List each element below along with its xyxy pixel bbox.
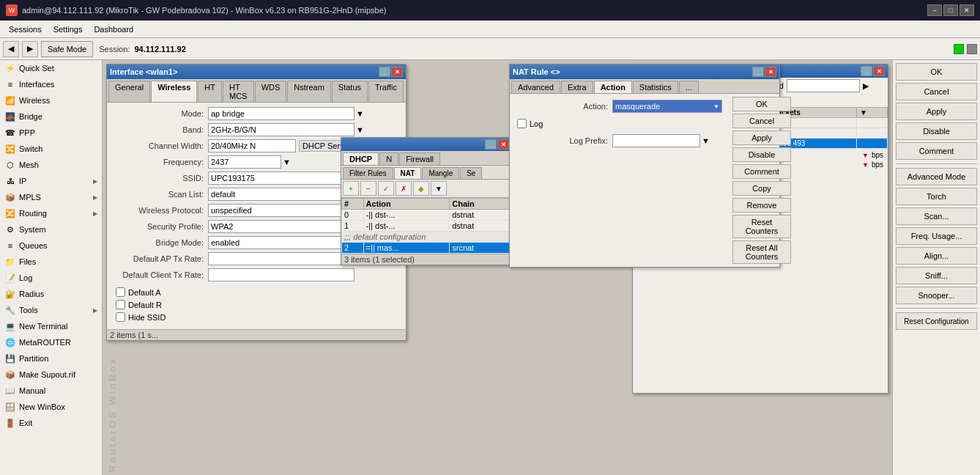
table-row[interactable]: 0 -|| dst-... dstnat xyxy=(342,210,512,221)
snooper-button[interactable]: Snooper... xyxy=(896,287,977,304)
torch-button[interactable]: Torch xyxy=(896,188,977,205)
sidebar-item-queues[interactable]: ≡ Queues xyxy=(0,238,102,254)
safe-mode-button[interactable]: Safe Mode xyxy=(41,41,93,57)
sidebar-item-metarouter[interactable]: 🌐 MetaROUTER xyxy=(0,334,102,350)
tab-firewall[interactable]: Firewall xyxy=(399,152,440,165)
log-checkbox[interactable] xyxy=(517,119,527,128)
security-profile-input[interactable] xyxy=(208,220,354,233)
forward-button[interactable]: ▶ xyxy=(22,41,38,57)
hide-ssid-checkbox[interactable] xyxy=(116,312,125,322)
sidebar-item-ip[interactable]: 🖧 IP xyxy=(0,173,102,189)
minimize-button[interactable]: – xyxy=(927,4,942,16)
channel-width-input[interactable] xyxy=(208,139,296,152)
frequency-dropdown-arrow[interactable]: ▼ xyxy=(283,158,291,166)
interface-minimize-btn[interactable]: _ xyxy=(379,67,390,77)
default-a-checkbox[interactable] xyxy=(116,287,125,297)
nat-rule-controls[interactable]: _ ✕ xyxy=(752,67,776,77)
tab-n[interactable]: N xyxy=(379,152,398,165)
wireless-protocol-input[interactable] xyxy=(208,204,354,217)
default-client-tx-input[interactable] xyxy=(208,268,354,281)
sidebar-item-radius[interactable]: 🔐 Radius xyxy=(0,286,102,302)
ok-button[interactable]: OK xyxy=(732,97,791,111)
sidebar-item-mesh[interactable]: ⬡ Mesh xyxy=(0,157,102,173)
sidebar-item-partition[interactable]: 💾 Partition xyxy=(0,350,102,367)
nat-close-btn[interactable]: ✕ xyxy=(765,67,776,77)
find-input2[interactable] xyxy=(787,79,860,92)
disable-button[interactable]: Disable xyxy=(732,147,791,162)
ok-main-button[interactable]: OK xyxy=(896,63,977,81)
ssid-input[interactable] xyxy=(208,172,354,185)
tab-ht[interactable]: HT xyxy=(198,81,222,102)
big-close-btn[interactable]: ✕ xyxy=(873,66,885,76)
mode-input[interactable] xyxy=(208,107,354,120)
menu-settings[interactable]: Settings xyxy=(48,23,89,35)
dhcp-firewall-controls[interactable]: _ ✕ xyxy=(485,139,509,150)
remove-rule-btn[interactable]: − xyxy=(360,181,376,196)
sidebar-item-switch[interactable]: 🔀 Switch xyxy=(0,141,102,157)
tab-general[interactable]: General xyxy=(108,81,150,102)
sidebar-item-interfaces[interactable]: ≡ Interfaces xyxy=(0,76,102,92)
scan-button[interactable]: Scan... xyxy=(896,207,977,225)
band-dropdown-arrow[interactable]: ▼ xyxy=(356,125,364,134)
sidebar-item-manual[interactable]: 📖 Manual xyxy=(0,383,102,399)
interface-window-titlebar[interactable]: Interface <wlan1> _ ✕ xyxy=(107,65,406,79)
scroll-right-btn[interactable]: ▶ xyxy=(863,81,869,91)
sidebar-item-log[interactable]: 📝 Log xyxy=(0,270,102,286)
apply-button[interactable]: Apply xyxy=(732,130,791,145)
dhcp-firewall-titlebar[interactable]: _ ✕ xyxy=(341,138,512,151)
sidebar-item-quickset[interactable]: ⚡ Quick Set xyxy=(0,60,102,76)
nat-minimize-btn[interactable]: _ xyxy=(752,67,764,77)
tab-se[interactable]: Se xyxy=(460,167,482,179)
copy-button[interactable]: Copy xyxy=(732,181,791,196)
disable-main-button[interactable]: Disable xyxy=(896,122,977,140)
sidebar-item-wireless[interactable]: 📶 Wireless xyxy=(0,92,102,108)
tab-advanced[interactable]: Advanced xyxy=(511,81,560,93)
comment-button[interactable]: Comment xyxy=(732,164,791,179)
tab-nstream[interactable]: Nstream xyxy=(287,81,331,102)
sniff-button[interactable]: Sniff... xyxy=(896,267,977,284)
band-input[interactable] xyxy=(208,123,354,136)
back-button[interactable]: ◀ xyxy=(3,41,19,57)
col-dropdown[interactable]: ▼ xyxy=(856,108,887,118)
interface-window-controls[interactable]: _ ✕ xyxy=(379,67,403,77)
default-r-checkbox[interactable] xyxy=(116,300,125,309)
close-button[interactable]: ✕ xyxy=(959,4,974,16)
mode-dropdown-arrow[interactable]: ▼ xyxy=(356,109,364,118)
sidebar-item-files[interactable]: 📁 Files xyxy=(0,254,102,270)
sidebar-item-exit[interactable]: 🚪 Exit xyxy=(0,415,102,431)
tab-status[interactable]: Status xyxy=(332,81,368,102)
sidebar-item-newwinbox[interactable]: 🪟 New WinBox xyxy=(0,399,102,415)
tab-filter-rules[interactable]: Filter Rules xyxy=(343,167,393,179)
freq-usage-button[interactable]: Freq. Usage... xyxy=(896,227,977,245)
apply-main-button[interactable]: Apply xyxy=(896,103,977,120)
sidebar-item-bridge[interactable]: 🌉 Bridge xyxy=(0,108,102,125)
default-ap-tx-input[interactable] xyxy=(208,252,354,265)
comment-main-button[interactable]: Comment xyxy=(896,142,977,160)
tab-action[interactable]: Action xyxy=(594,81,632,93)
reset-config-button[interactable]: Reset Configuration xyxy=(896,312,977,330)
sidebar-item-supout[interactable]: 📦 Make Supout.rif xyxy=(0,367,102,383)
tab-nat[interactable]: NAT xyxy=(394,167,422,179)
align-button[interactable]: Align... xyxy=(896,247,977,265)
dhcp-minimize-btn[interactable]: _ xyxy=(485,139,497,150)
cancel-main-button[interactable]: Cancel xyxy=(896,83,977,100)
interface-close-btn[interactable]: ✕ xyxy=(391,67,403,77)
enable-rule-btn[interactable]: ✓ xyxy=(378,181,394,196)
nat-rule-titlebar[interactable]: NAT Rule <> _ ✕ xyxy=(510,65,779,79)
dhcp-close-btn[interactable]: ✕ xyxy=(497,139,509,150)
tab-wireless[interactable]: Wireless xyxy=(151,81,197,102)
action-dropdown[interactable]: masquerade ▼ xyxy=(612,100,722,113)
sidebar-item-ppp[interactable]: ☎ PPP xyxy=(0,125,102,141)
log-prefix-dropdown-arrow[interactable]: ▼ xyxy=(702,136,710,145)
tab-traffic[interactable]: Traffic xyxy=(368,81,404,102)
sidebar-item-terminal[interactable]: 💻 New Terminal xyxy=(0,318,102,334)
add-rule-btn[interactable]: + xyxy=(343,181,359,196)
scan-list-input[interactable] xyxy=(208,188,354,201)
reset-all-counters-button[interactable]: Reset All Counters xyxy=(732,240,791,264)
reset-counters-button[interactable]: Reset Counters xyxy=(732,215,791,238)
tab-wds[interactable]: WDS xyxy=(255,81,287,102)
table-row-selected[interactable]: 2 =|| mas... srcnat xyxy=(342,243,512,254)
tab-mangle[interactable]: Mangle xyxy=(422,167,459,179)
advanced-mode-button[interactable]: Advanced Mode xyxy=(896,168,977,185)
sidebar-item-tools[interactable]: 🔧 Tools xyxy=(0,302,102,318)
